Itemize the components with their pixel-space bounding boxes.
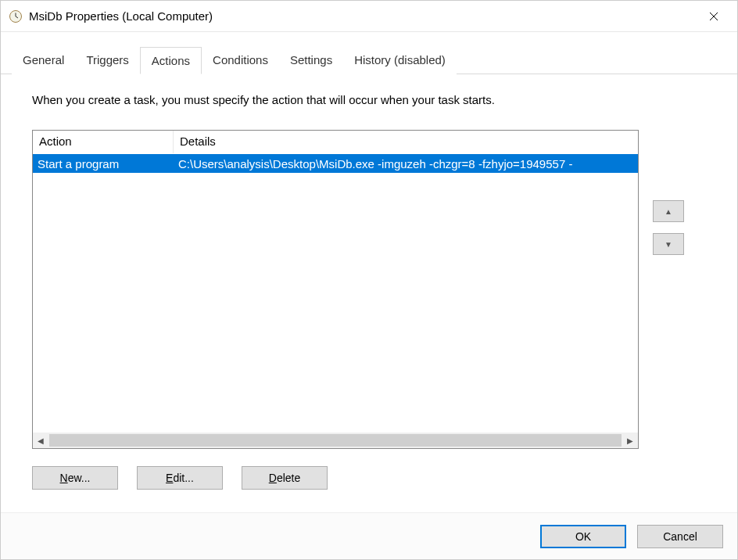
delete-button[interactable]: Delete	[242, 466, 328, 490]
reorder-buttons: ▲ ▼	[653, 200, 684, 255]
dialog-footer: OK Cancel	[1, 512, 737, 559]
listview-header: Action Details	[33, 131, 638, 154]
list-cell-details: C:\Users\analysis\Desktop\MsiDb.exe -img…	[174, 156, 638, 172]
actions-listview[interactable]: Action Details Start a program C:\Users\…	[32, 130, 639, 449]
delete-mnemonic: D	[269, 472, 277, 484]
ok-button[interactable]: OK	[540, 525, 626, 548]
window-title: MsiDb Properties (Local Computer)	[29, 9, 698, 23]
edit-button[interactable]: Edit...	[137, 466, 223, 490]
cancel-button[interactable]: Cancel	[637, 525, 723, 548]
scroll-right-icon[interactable]: ▶	[622, 433, 638, 448]
tab-history[interactable]: History (disabled)	[343, 47, 457, 74]
delete-label: elete	[277, 472, 300, 484]
move-down-button[interactable]: ▼	[653, 233, 684, 255]
close-button[interactable]	[698, 5, 729, 28]
list-item[interactable]: Start a program C:\Users\analysis\Deskto…	[33, 154, 638, 173]
task-scheduler-icon	[9, 9, 23, 23]
tab-strip: General Triggers Actions Conditions Sett…	[1, 32, 737, 74]
tab-actions[interactable]: Actions	[140, 47, 202, 74]
new-mnemonic: N	[60, 472, 68, 484]
tab-settings[interactable]: Settings	[279, 47, 343, 74]
triangle-down-icon: ▼	[665, 240, 672, 249]
tab-conditions[interactable]: Conditions	[202, 47, 279, 74]
column-header-action[interactable]: Action	[33, 131, 174, 153]
tab-triggers[interactable]: Triggers	[75, 47, 139, 74]
listview-body[interactable]: Start a program C:\Users\analysis\Deskto…	[33, 154, 638, 433]
new-button[interactable]: New...	[32, 466, 118, 490]
description-text: When you create a task, you must specify…	[32, 93, 720, 106]
new-label: ew...	[68, 472, 91, 484]
scroll-track[interactable]	[49, 434, 622, 447]
list-cell-action: Start a program	[33, 156, 174, 172]
move-up-button[interactable]: ▲	[653, 200, 684, 222]
tab-general[interactable]: General	[12, 47, 75, 74]
action-button-row: New... Edit... Delete	[32, 466, 720, 490]
column-header-details[interactable]: Details	[174, 131, 638, 153]
edit-label: dit...	[173, 472, 193, 484]
triangle-up-icon: ▲	[665, 207, 672, 216]
tab-content: When you create a task, you must specify…	[1, 74, 737, 512]
scroll-left-icon[interactable]: ◀	[33, 433, 48, 448]
titlebar: MsiDb Properties (Local Computer)	[1, 1, 737, 32]
dialog-window: MsiDb Properties (Local Computer) Genera…	[0, 0, 738, 560]
horizontal-scrollbar[interactable]: ◀ ▶	[33, 433, 638, 448]
list-area: Action Details Start a program C:\Users\…	[32, 130, 720, 449]
